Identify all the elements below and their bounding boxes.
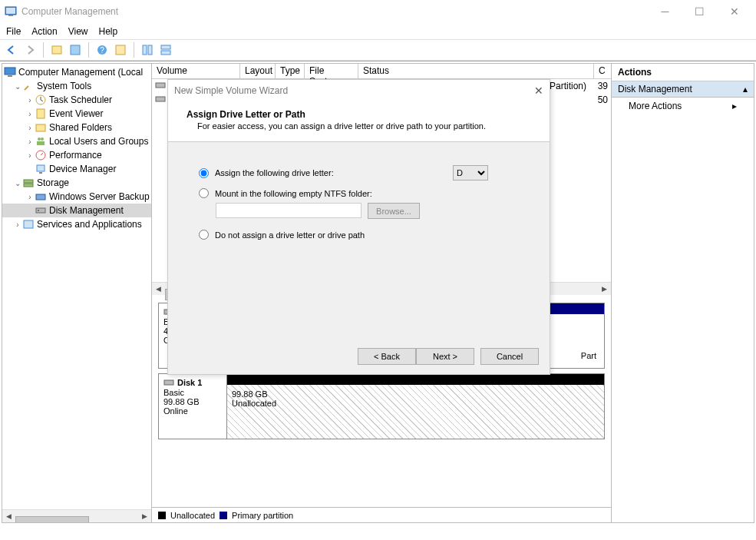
toolbar-icon-2[interactable] [67, 41, 84, 58]
col-status[interactable]: Status [358, 64, 594, 78]
tree-shared-folders[interactable]: › Shared Folders [2, 121, 151, 134]
svg-rect-21 [37, 165, 45, 171]
storage-icon [22, 177, 35, 189]
expand-icon[interactable]: › [13, 220, 22, 229]
radio-assign-label: Assign the following drive letter: [215, 168, 334, 177]
computer-icon [4, 66, 16, 78]
svg-rect-9 [148, 45, 152, 55]
tree-disk-management[interactable]: › Disk Management [2, 204, 151, 217]
col-layout[interactable]: Layout [240, 64, 276, 78]
tree-task-scheduler[interactable]: › Task Scheduler [2, 93, 151, 107]
svg-rect-13 [8, 75, 12, 77]
svg-point-17 [38, 137, 41, 141]
cancel-button[interactable]: Cancel [480, 348, 539, 365]
tree-system-tools[interactable]: ⌄ System Tools [2, 79, 151, 93]
drive-letter-select[interactable]: D [453, 165, 488, 181]
radio-assign-letter[interactable] [199, 168, 209, 178]
actions-more[interactable]: More Actions ▸ [612, 98, 754, 114]
expand-icon[interactable]: › [25, 151, 35, 160]
tree-event-viewer[interactable]: › Event Viewer [2, 107, 151, 121]
tree-local-users[interactable]: › Local Users and Groups [2, 134, 151, 148]
radio-mount-folder[interactable] [199, 188, 209, 198]
back-button[interactable] [3, 41, 20, 58]
folder-icon [35, 121, 47, 134]
services-icon [22, 218, 35, 230]
menu-action[interactable]: Action [31, 26, 57, 37]
svg-rect-23 [24, 180, 33, 183]
actions-section-disk[interactable]: Disk Management ▴ [612, 81, 754, 98]
chevron-right-icon: ▸ [732, 101, 737, 111]
menu-file[interactable]: File [6, 26, 21, 37]
next-button[interactable]: Next > [416, 348, 474, 365]
actions-title: Actions [612, 64, 754, 81]
toolbar-icon-3[interactable] [112, 41, 129, 58]
expand-icon[interactable]: › [25, 110, 35, 118]
legend: Unallocated Primary partition [152, 507, 611, 522]
close-button[interactable]: ✕ [717, 1, 751, 22]
legend-swatch-unallocated [158, 512, 166, 519]
svg-rect-22 [39, 172, 42, 174]
backup-icon [35, 190, 47, 203]
browse-button: Browse... [368, 203, 420, 219]
col-fs[interactable]: File System [305, 64, 358, 78]
volume-icon [155, 94, 166, 107]
menubar: File Action View Help [0, 23, 756, 39]
svg-rect-32 [164, 380, 173, 385]
svg-point-27 [38, 210, 39, 211]
forward-button[interactable] [21, 41, 38, 58]
svg-rect-11 [161, 51, 170, 55]
menu-view[interactable]: View [68, 26, 88, 37]
maximize-button[interactable]: ☐ [682, 1, 717, 22]
legend-swatch-primary [220, 512, 227, 519]
menu-help[interactable]: Help [99, 26, 118, 37]
disk-icon [35, 204, 47, 217]
tree-performance[interactable]: › Performance [2, 148, 151, 162]
help-icon[interactable]: ? [94, 41, 111, 58]
radio-no-assign[interactable] [199, 230, 209, 240]
toolbar-icon-4[interactable] [139, 41, 156, 58]
tree-windows-backup[interactable]: › Windows Server Backup [2, 190, 151, 204]
svg-rect-25 [36, 194, 45, 200]
minimize-button[interactable]: ─ [648, 1, 682, 22]
back-button[interactable]: < Back [358, 348, 416, 365]
svg-rect-28 [24, 220, 33, 228]
svg-rect-7 [116, 45, 125, 55]
collapse-icon[interactable]: ⌄ [13, 82, 22, 91]
radio-mount-label: Mount in the following empty NTFS folder… [215, 189, 372, 198]
expand-icon[interactable]: › [25, 137, 35, 146]
clock-icon [35, 94, 47, 106]
svg-rect-19 [37, 141, 45, 145]
svg-rect-26 [36, 208, 45, 213]
col-volume[interactable]: Volume [152, 64, 240, 78]
svg-text:?: ? [100, 46, 104, 55]
svg-rect-4 [71, 45, 80, 55]
toolbar-icon-5[interactable] [157, 41, 174, 58]
disk-row-1[interactable]: Disk 1 Basic 99.88 GB Online 99.88 GB Un… [158, 373, 605, 439]
tree-device-manager[interactable]: › Device Manager [2, 162, 151, 176]
tree-services-apps[interactable]: › Services and Applications [2, 217, 151, 231]
expand-icon[interactable]: › [25, 193, 35, 201]
col-type[interactable]: Type [276, 64, 305, 78]
collapse-icon[interactable]: ⌄ [13, 179, 22, 187]
svg-rect-8 [143, 45, 147, 55]
wizard-title: New Simple Volume Wizard [174, 85, 288, 96]
tree-storage[interactable]: ⌄ Storage [2, 176, 151, 190]
wizard-sub: For easier access, you can assign a driv… [197, 121, 531, 131]
expand-icon[interactable]: › [25, 124, 35, 132]
tree-pane: Computer Management (Local ⌄ System Tool… [2, 64, 152, 522]
perf-icon [35, 149, 47, 161]
wizard-close-button[interactable]: ✕ [534, 84, 543, 97]
svg-rect-15 [37, 109, 45, 118]
svg-rect-2 [8, 15, 13, 16]
svg-rect-3 [52, 46, 61, 54]
expand-icon[interactable]: › [25, 96, 35, 104]
tools-icon [22, 80, 35, 92]
volume-icon [155, 80, 166, 93]
tree-root[interactable]: Computer Management (Local [2, 65, 151, 79]
tree-hscrollbar[interactable]: ◀▶ [2, 509, 151, 522]
volume-columns: Volume Layout Type File System Status C [152, 64, 611, 79]
svg-rect-30 [156, 97, 165, 101]
svg-rect-24 [24, 184, 33, 187]
toolbar-icon-1[interactable] [48, 41, 65, 58]
col-c[interactable]: C [594, 64, 611, 78]
